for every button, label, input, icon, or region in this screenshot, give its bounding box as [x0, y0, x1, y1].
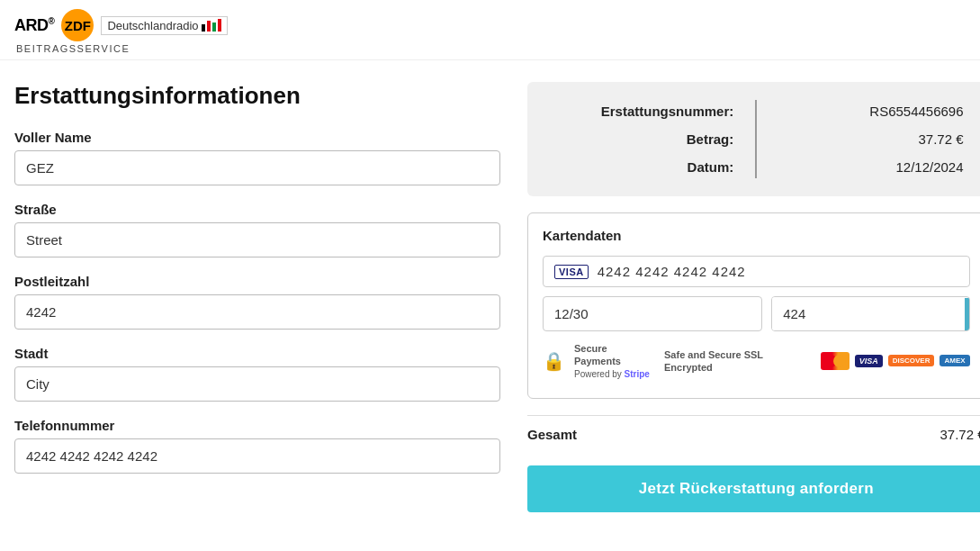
- city-field-group: Stadt: [14, 346, 500, 402]
- phone-label: Telefonnummer: [14, 418, 500, 433]
- mastercard-icon: [821, 352, 850, 370]
- refnum-value: RS6554456696: [869, 104, 963, 119]
- expiry-input[interactable]: [543, 296, 762, 331]
- header: ARD® ZDF Deutschlandradio BEITRAGSSERVIC…: [0, 0, 980, 60]
- date-value: 12/12/2024: [895, 159, 963, 175]
- city-label: Stadt: [14, 346, 500, 361]
- cvv-help-button[interactable]: ?: [965, 298, 969, 330]
- right-panel: Erstattungsnummer: Betrag: Datum: RS6554…: [527, 82, 980, 512]
- secure-info: Secure Payments Powered by Stripe: [574, 342, 655, 380]
- logo-area: ARD® ZDF Deutschlandradio BEITRAGSSERVIC…: [14, 9, 228, 54]
- name-label: Voller Name: [14, 130, 500, 145]
- amex-icon: AMEX: [940, 355, 969, 366]
- street-field-group: Straße: [14, 202, 500, 257]
- total-row: Gesamt 37.72 €: [527, 415, 980, 453]
- city-input[interactable]: [14, 366, 500, 402]
- submit-button[interactable]: Jetzt Rückerstattung anfordern: [527, 465, 980, 512]
- street-input[interactable]: [14, 222, 500, 257]
- cvv-wrapper: ?: [771, 296, 969, 331]
- left-panel: Erstattungsinformationen Voller Name Str…: [14, 82, 500, 512]
- summary-labels: Erstattungsnummer: Betrag: Datum:: [549, 100, 751, 178]
- payment-icons: VISA DISCOVER AMEX: [821, 352, 970, 370]
- ard-logo: ARD®: [14, 16, 54, 35]
- deutschlandradio-logo: Deutschlandradio: [101, 16, 227, 35]
- beitragsservice-label: BEITRAGSSERVICE: [14, 43, 130, 54]
- name-field-group: Voller Name: [14, 130, 500, 185]
- total-value: 37.72 €: [940, 427, 980, 442]
- phone-field-group: Telefonnummer: [14, 418, 500, 474]
- summary-box: Erstattungsnummer: Betrag: Datum: RS6554…: [527, 82, 980, 196]
- refnum-label: Erstattungsnummer:: [601, 104, 734, 119]
- phone-input[interactable]: [14, 438, 500, 474]
- date-label: Datum:: [688, 159, 734, 175]
- card-box: Kartendaten VISA 4242 4242 4242 4242 ? 🔒…: [527, 212, 980, 399]
- postal-label: Postleitzahl: [14, 274, 500, 289]
- postal-field-group: Postleitzahl: [14, 274, 500, 330]
- summary-divider: [755, 100, 757, 178]
- card-section-title: Kartendaten: [543, 228, 970, 243]
- amount-label: Betrag:: [687, 131, 734, 147]
- visa-logo: VISA: [554, 265, 589, 279]
- secure-row: 🔒 Secure Payments Powered by Stripe Safe…: [543, 342, 970, 380]
- name-input[interactable]: [14, 150, 500, 185]
- logo-row: ARD® ZDF Deutschlandradio: [14, 9, 228, 41]
- cvv-input[interactable]: [772, 297, 965, 330]
- zdf-logo: ZDF: [61, 9, 94, 41]
- amount-value: 37.72 €: [919, 131, 964, 147]
- card-number-display: 4242 4242 4242 4242: [598, 264, 746, 279]
- dr-bars: [202, 19, 221, 32]
- lock-icon: 🔒: [543, 350, 565, 372]
- summary-values: RS6554456696 37.72 € 12/12/2024: [760, 100, 963, 178]
- postal-input[interactable]: [14, 294, 500, 330]
- card-row2: ?: [543, 296, 970, 331]
- powered-by: Powered by Stripe: [574, 369, 650, 379]
- page-title: Erstattungsinformationen: [14, 82, 500, 110]
- stripe-label: Stripe: [625, 369, 650, 379]
- street-label: Straße: [14, 202, 500, 217]
- card-number-row: VISA 4242 4242 4242 4242: [543, 256, 970, 287]
- visa-badge: VISA: [855, 355, 883, 367]
- secure-label: Secure Payments: [574, 343, 621, 366]
- discover-icon: DISCOVER: [888, 355, 935, 366]
- summary-content: Erstattungsnummer: Betrag: Datum: RS6554…: [549, 100, 964, 178]
- total-label: Gesamt: [527, 427, 577, 442]
- main-content: Erstattungsinformationen Voller Name Str…: [0, 60, 980, 527]
- ssl-label: Safe and Secure SSL Encrypted: [664, 348, 812, 375]
